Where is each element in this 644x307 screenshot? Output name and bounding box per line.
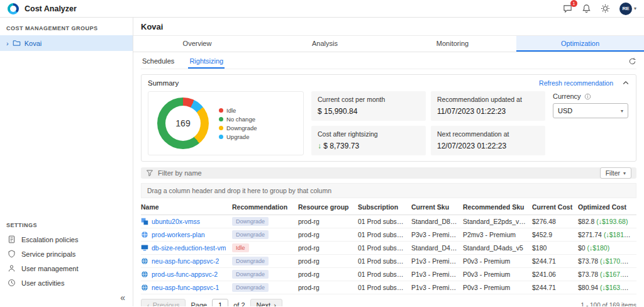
group-by-drop-zone[interactable]: Drag a column header and drop it here to…	[141, 183, 636, 198]
sidebar-item-user-management[interactable]: User management	[0, 261, 133, 276]
resource-name-link[interactable]: db-size-reduction-test-vm	[152, 244, 226, 252]
plan-icon	[141, 231, 148, 238]
app-logo-icon	[8, 3, 19, 14]
chevron-left-icon: ‹	[147, 301, 150, 306]
sidebar-item-user-activities[interactable]: User activities	[0, 276, 133, 290]
table-row[interactable]: prod-us-func-appsvc-2 Downgrade prod-rg …	[141, 268, 636, 281]
savings-value: (↓$163.78)	[600, 284, 631, 291]
recommendation-badge: Idle	[232, 243, 249, 252]
col-name[interactable]: Name	[141, 203, 232, 211]
chevron-down-icon: ▾	[623, 170, 626, 176]
legend-label: Downgrade	[226, 125, 257, 131]
top-bar: Cost Analyzer 1 RE ▾	[0, 0, 644, 18]
notifications-button[interactable]	[582, 4, 591, 13]
tab-overview[interactable]: Overview	[133, 36, 261, 52]
activity-clock-icon	[8, 279, 16, 287]
table-row[interactable]: neu-asp-func-appsvc-1 Downgrade prod-rg …	[141, 281, 636, 294]
table-header: Name Recommendation Resource group Subsc…	[141, 198, 636, 215]
col-recommended-sku[interactable]: Recommended Sku	[463, 203, 532, 211]
legend-item: Upgrade	[219, 133, 257, 140]
sidebar-item-kovai[interactable]: › Kovai	[0, 35, 133, 51]
sidebar-item-service-principals[interactable]: Service principals	[0, 247, 133, 261]
page-title: Kovai	[141, 22, 636, 31]
previous-page-button[interactable]: ‹ Previous	[141, 299, 186, 306]
app-title: Cost Analyzer	[25, 4, 77, 13]
tab-optimization[interactable]: Optimization	[516, 36, 644, 52]
recommendation-updated-card: Recommendation updated at 11/07/2023 01:…	[431, 91, 545, 121]
donut-chart: 169	[157, 98, 209, 149]
chevron-right-icon: ›	[274, 301, 276, 306]
col-current-sku[interactable]: Current Sku	[411, 203, 463, 211]
settings-header: SETTINGS	[0, 220, 133, 232]
subscription-cell: 01 Prod subscripti...	[358, 244, 411, 252]
resource-group-cell: prod-rg	[298, 257, 358, 265]
subtab-schedules[interactable]: Schedules	[141, 57, 175, 69]
filter-button[interactable]: Filter ▾	[600, 167, 631, 179]
sidebar-collapse-button[interactable]: «	[0, 290, 133, 306]
cost-after-rightsizing-card: Cost after rightsizing ↓ $ 8,739.73	[311, 126, 426, 155]
col-optimized-cost[interactable]: Optimized Cost	[578, 203, 636, 211]
messages-button[interactable]: 1	[563, 4, 572, 13]
current-cost-cell: $241.06	[532, 271, 578, 278]
tab-monitoring[interactable]: Monitoring	[389, 36, 516, 52]
cost-groups-header: COST MANAGEMENT GROUPS	[0, 23, 133, 35]
table-row[interactable]: prod-workers-plan Downgrade prod-rg 01 P…	[141, 228, 636, 242]
subtab-rightsizing[interactable]: Rightsizing	[188, 57, 225, 69]
resource-group-cell: prod-rg	[298, 218, 358, 225]
refresh-button[interactable]	[628, 57, 636, 69]
settings-item-label: User management	[21, 265, 79, 272]
resource-name-link[interactable]: ubuntu20x-vmss	[152, 218, 200, 225]
page-label: Page	[191, 301, 207, 306]
info-icon[interactable]	[584, 93, 591, 100]
current-cost-cell: $276.48	[532, 218, 578, 225]
col-resource-group[interactable]: Resource group	[298, 203, 358, 211]
savings-value: (↓$170.93)	[600, 257, 631, 265]
down-arrow-icon: ↓	[318, 142, 321, 150]
col-subscription[interactable]: Subscription	[358, 203, 411, 211]
vm-icon	[141, 244, 148, 252]
optimized-cost-value: $73.78	[578, 257, 598, 265]
next-page-button[interactable]: Next ›	[250, 299, 282, 306]
col-current-cost[interactable]: Current Cost	[532, 203, 578, 211]
subscription-cell: 01 Prod subscripti...	[358, 231, 411, 238]
user-icon	[8, 264, 16, 272]
resource-name-link[interactable]: neu-asp-func-appsvc-2	[152, 257, 219, 265]
recommended-sku-cell: Standard_D4ads_v5	[463, 244, 532, 252]
settings-button[interactable]	[601, 4, 610, 13]
currency-select[interactable]: USD ▾	[553, 103, 628, 118]
user-menu[interactable]: RE ▾	[619, 3, 636, 15]
filter-by-name-input[interactable]: Filter by name	[158, 169, 202, 177]
subtab-bar: Schedules Rightsizing	[141, 52, 636, 69]
table-row[interactable]: db-size-reduction-test-vm Idle prod-rg 0…	[141, 242, 636, 255]
current-sku-cell: P3v3 - PremiumV3	[411, 231, 463, 238]
summary-panel: Summary Refresh recommendation 169 IdleN…	[141, 74, 636, 162]
col-recommendation[interactable]: Recommendation	[232, 203, 298, 211]
currency-value: USD	[558, 107, 572, 114]
optimized-cost-cell: $80.94 (↓$163.78)	[578, 284, 636, 291]
items-range-info: 1 - 100 of 169 items	[581, 302, 636, 307]
settings-item-label: User activities	[21, 279, 64, 287]
savings-value: (↓$181.16)	[604, 231, 635, 238]
table-row[interactable]: neu-asp-func-appsvc-2 Downgrade prod-rg …	[141, 255, 636, 268]
settings-item-label: Service principals	[21, 250, 75, 258]
resource-name-link[interactable]: prod-workers-plan	[152, 231, 205, 238]
appsvc-icon	[141, 257, 148, 265]
resource-name-link[interactable]: neu-asp-func-appsvc-1	[152, 284, 219, 291]
page-number-input[interactable]	[212, 299, 228, 306]
rightsizing-donut-card: 169 IdleNo changeDowngradeUpgrade	[148, 91, 304, 155]
sidebar-item-escalation-policies[interactable]: Escalation policies	[0, 232, 133, 247]
current-sku-cell: P1v3 - PremiumV3	[411, 284, 463, 291]
collapse-summary-button[interactable]	[622, 79, 630, 87]
optimized-cost-value: $82.8	[578, 218, 594, 225]
table-row[interactable]: ubuntu20x-vmss Downgrade prod-rg 01 Prod…	[141, 215, 636, 228]
tab-analysis[interactable]: Analysis	[261, 36, 389, 52]
filter-bar[interactable]: Filter by name Filter ▾	[141, 167, 636, 179]
recommendation-badge: Downgrade	[232, 257, 269, 265]
resource-name-link[interactable]: prod-us-func-appsvc-2	[152, 271, 218, 278]
vmss-icon	[141, 218, 148, 225]
bell-icon	[582, 4, 591, 13]
recommended-sku-cell: P2mv3 - Premium	[463, 231, 532, 238]
group-name: Kovai	[25, 40, 42, 47]
refresh-recommendation-link[interactable]: Refresh recommendation	[539, 79, 613, 87]
resource-group-cell: prod-rg	[298, 231, 358, 238]
